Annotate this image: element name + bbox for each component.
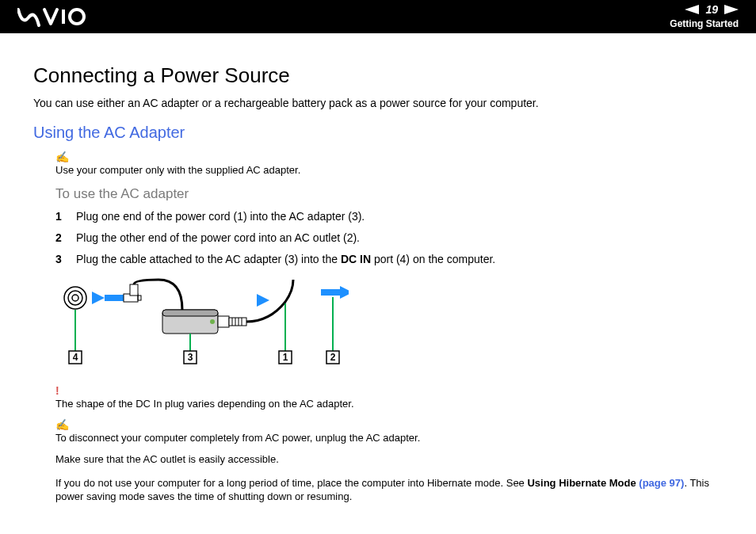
svg-rect-6 [105,295,124,301]
intro-text: You can use either an AC adapter or a re… [33,96,720,111]
steps-list: 1 Plug one end of the power cord (1) int… [55,209,720,267]
svg-rect-8 [130,284,138,296]
step-item: 2 Plug the other end of the power cord i… [55,231,720,246]
note-hibernate: If you do not use your computer for a lo… [55,476,720,504]
svg-point-12 [210,319,215,324]
prev-page-arrow-icon[interactable] [685,5,699,14]
svg-rect-0 [62,10,65,24]
svg-point-1 [70,10,84,24]
note-text: Use your computer only with the supplied… [55,163,720,177]
caution-icon: ! [55,385,720,396]
note-outlet: Make sure that the AC outlet is easily a… [55,452,720,467]
step-item: 1 Plug one end of the power cord (1) int… [55,209,720,224]
callout-2: 2 [330,352,336,363]
callout-1: 1 [283,352,288,363]
page-title: Connecting a Power Source [33,62,720,90]
page-number: 19 [704,2,720,17]
step-text: Plug the cable attached to the AC adapte… [76,252,495,267]
note-icon: ✍ [55,151,720,162]
svg-rect-11 [162,310,218,316]
header-bar: 19 Getting Started [0,0,756,33]
section-name: Getting Started [670,17,739,30]
ac-adapter-diagram: 4 3 1 2 [55,278,720,377]
svg-marker-19 [257,294,269,307]
subheading: Using the AC Adapter [33,122,720,143]
svg-rect-14 [229,318,246,326]
svg-rect-13 [218,316,229,327]
svg-marker-5 [92,292,105,304]
step-item: 3 Plug the cable attached to the AC adap… [55,252,720,267]
hibernate-link-label: Using Hibernate Mode [527,477,639,489]
callout-4: 4 [73,352,78,363]
note-text: To disconnect your computer completely f… [55,431,720,445]
step-number: 1 [55,209,76,224]
caution-text: The shape of the DC In plug varies depen… [55,397,720,411]
note-block-1: ✍ Use your computer only with the suppli… [55,151,720,177]
procedure-heading: To use the AC adapter [55,185,720,204]
svg-point-2 [64,287,86,309]
note-block-2: ✍ To disconnect your computer completely… [55,419,720,445]
note-icon: ✍ [55,419,720,430]
hibernate-page-link[interactable]: (page 97) [639,477,684,489]
next-page-arrow-icon[interactable] [724,5,739,14]
svg-marker-21 [340,286,349,299]
vaio-logo [17,6,87,31]
caution-block: ! The shape of the DC In plug varies dep… [55,385,720,411]
svg-rect-9 [138,296,141,300]
page-nav: 19 Getting Started [670,2,739,30]
step-text: Plug one end of the power cord (1) into … [76,209,365,224]
svg-point-4 [72,295,78,301]
step-number: 3 [55,252,76,267]
page-content: Connecting a Power Source You can use ei… [0,33,756,529]
step-number: 2 [55,231,76,246]
step-text: Plug the other end of the power cord int… [76,231,360,246]
svg-rect-20 [321,289,340,296]
callout-3: 3 [188,352,193,363]
svg-point-3 [68,291,82,305]
